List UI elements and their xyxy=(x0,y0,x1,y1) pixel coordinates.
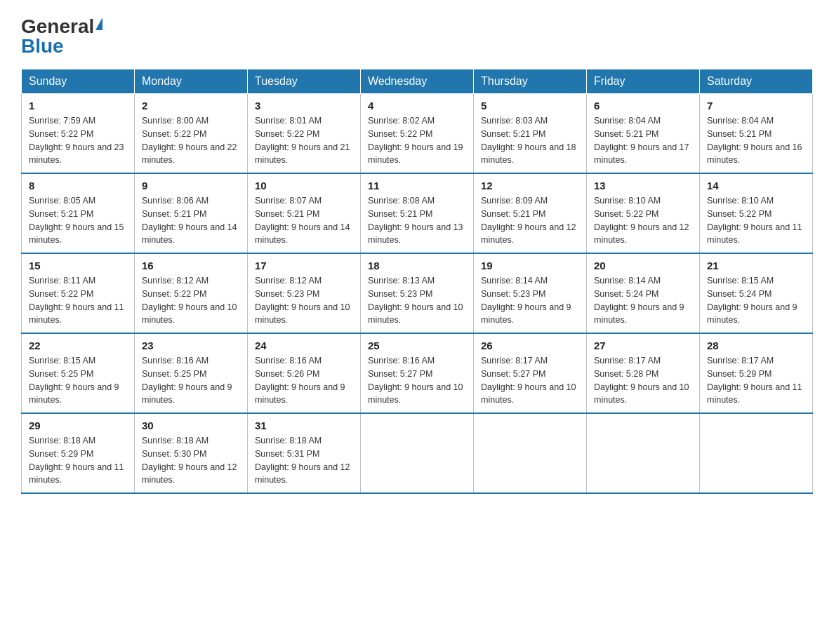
day-number: 1 xyxy=(29,100,127,112)
day-number: 24 xyxy=(255,340,353,351)
day-info: Sunrise: 8:08 AMSunset: 5:21 PMDaylight:… xyxy=(368,194,466,247)
day-info: Sunrise: 8:05 AMSunset: 5:21 PMDaylight:… xyxy=(29,194,127,247)
day-info: Sunrise: 8:18 AMSunset: 5:29 PMDaylight:… xyxy=(29,434,127,487)
day-number: 31 xyxy=(255,420,353,431)
logo-triangle-icon xyxy=(95,18,102,30)
day-info: Sunrise: 8:11 AMSunset: 5:22 PMDaylight:… xyxy=(29,274,127,327)
day-number: 25 xyxy=(368,340,466,351)
calendar-cell: 12Sunrise: 8:09 AMSunset: 5:21 PMDayligh… xyxy=(474,173,587,253)
day-info: Sunrise: 8:16 AMSunset: 5:26 PMDaylight:… xyxy=(255,354,353,407)
calendar-cell: 7Sunrise: 8:04 AMSunset: 5:21 PMDaylight… xyxy=(700,94,813,174)
calendar-cell xyxy=(587,413,700,493)
day-number: 15 xyxy=(29,260,127,271)
weekday-header-tuesday: Tuesday xyxy=(248,69,361,94)
day-info: Sunrise: 8:17 AMSunset: 5:27 PMDaylight:… xyxy=(481,354,579,407)
day-info: Sunrise: 8:00 AMSunset: 5:22 PMDaylight:… xyxy=(142,114,240,167)
day-info: Sunrise: 8:06 AMSunset: 5:21 PMDaylight:… xyxy=(142,194,240,247)
calendar-cell: 23Sunrise: 8:16 AMSunset: 5:25 PMDayligh… xyxy=(135,333,248,413)
calendar-cell: 24Sunrise: 8:16 AMSunset: 5:26 PMDayligh… xyxy=(248,333,361,413)
day-info: Sunrise: 8:15 AMSunset: 5:25 PMDaylight:… xyxy=(29,354,127,407)
day-info: Sunrise: 8:17 AMSunset: 5:28 PMDaylight:… xyxy=(594,354,692,407)
calendar-cell: 15Sunrise: 8:11 AMSunset: 5:22 PMDayligh… xyxy=(22,253,135,333)
calendar-cell: 2Sunrise: 8:00 AMSunset: 5:22 PMDaylight… xyxy=(135,94,248,174)
day-number: 12 xyxy=(481,180,579,192)
weekday-header-thursday: Thursday xyxy=(474,69,587,94)
day-number: 18 xyxy=(368,260,466,271)
day-info: Sunrise: 8:18 AMSunset: 5:31 PMDaylight:… xyxy=(255,434,353,487)
day-number: 9 xyxy=(142,180,240,192)
day-info: Sunrise: 8:12 AMSunset: 5:22 PMDaylight:… xyxy=(142,274,240,327)
logo-general: General xyxy=(21,17,94,36)
day-number: 3 xyxy=(255,100,353,112)
day-number: 7 xyxy=(707,100,805,112)
day-number: 6 xyxy=(594,100,692,112)
day-info: Sunrise: 8:03 AMSunset: 5:21 PMDaylight:… xyxy=(481,114,579,167)
day-info: Sunrise: 8:10 AMSunset: 5:22 PMDaylight:… xyxy=(707,194,805,247)
day-number: 17 xyxy=(255,260,353,271)
day-number: 27 xyxy=(594,340,692,351)
calendar-cell: 30Sunrise: 8:18 AMSunset: 5:30 PMDayligh… xyxy=(135,413,248,493)
day-info: Sunrise: 8:18 AMSunset: 5:30 PMDaylight:… xyxy=(142,434,240,487)
calendar-cell: 9Sunrise: 8:06 AMSunset: 5:21 PMDaylight… xyxy=(135,173,248,253)
day-number: 13 xyxy=(594,180,692,192)
day-info: Sunrise: 8:12 AMSunset: 5:23 PMDaylight:… xyxy=(255,274,353,327)
weekday-header-wednesday: Wednesday xyxy=(361,69,474,94)
day-info: Sunrise: 8:07 AMSunset: 5:21 PMDaylight:… xyxy=(255,194,353,247)
day-number: 30 xyxy=(142,420,240,431)
day-info: Sunrise: 8:01 AMSunset: 5:22 PMDaylight:… xyxy=(255,114,353,167)
day-info: Sunrise: 8:15 AMSunset: 5:24 PMDaylight:… xyxy=(707,274,805,327)
day-info: Sunrise: 8:14 AMSunset: 5:24 PMDaylight:… xyxy=(594,274,692,327)
calendar-cell: 6Sunrise: 8:04 AMSunset: 5:21 PMDaylight… xyxy=(587,94,700,174)
calendar-table: SundayMondayTuesdayWednesdayThursdayFrid… xyxy=(21,69,813,494)
day-info: Sunrise: 7:59 AMSunset: 5:22 PMDaylight:… xyxy=(29,114,127,167)
calendar-cell xyxy=(361,413,474,493)
calendar-cell: 25Sunrise: 8:16 AMSunset: 5:27 PMDayligh… xyxy=(361,333,474,413)
calendar-cell: 13Sunrise: 8:10 AMSunset: 5:22 PMDayligh… xyxy=(587,173,700,253)
calendar-cell xyxy=(700,413,813,493)
calendar-cell: 20Sunrise: 8:14 AMSunset: 5:24 PMDayligh… xyxy=(587,253,700,333)
day-info: Sunrise: 8:16 AMSunset: 5:27 PMDaylight:… xyxy=(368,354,466,407)
calendar-cell: 29Sunrise: 8:18 AMSunset: 5:29 PMDayligh… xyxy=(22,413,135,493)
day-number: 2 xyxy=(142,100,240,112)
logo: General Blue xyxy=(21,17,102,56)
day-info: Sunrise: 8:17 AMSunset: 5:29 PMDaylight:… xyxy=(707,354,805,407)
day-info: Sunrise: 8:04 AMSunset: 5:21 PMDaylight:… xyxy=(707,114,805,167)
calendar-cell: 5Sunrise: 8:03 AMSunset: 5:21 PMDaylight… xyxy=(474,94,587,174)
day-info: Sunrise: 8:16 AMSunset: 5:25 PMDaylight:… xyxy=(142,354,240,407)
calendar-cell: 22Sunrise: 8:15 AMSunset: 5:25 PMDayligh… xyxy=(22,333,135,413)
calendar-cell: 3Sunrise: 8:01 AMSunset: 5:22 PMDaylight… xyxy=(248,94,361,174)
calendar-cell: 19Sunrise: 8:14 AMSunset: 5:23 PMDayligh… xyxy=(474,253,587,333)
day-info: Sunrise: 8:02 AMSunset: 5:22 PMDaylight:… xyxy=(368,114,466,167)
page-header: General Blue xyxy=(21,17,813,56)
calendar-cell: 17Sunrise: 8:12 AMSunset: 5:23 PMDayligh… xyxy=(248,253,361,333)
day-info: Sunrise: 8:10 AMSunset: 5:22 PMDaylight:… xyxy=(594,194,692,247)
day-number: 23 xyxy=(142,340,240,351)
day-info: Sunrise: 8:13 AMSunset: 5:23 PMDaylight:… xyxy=(368,274,466,327)
day-number: 8 xyxy=(29,180,127,192)
calendar-cell: 10Sunrise: 8:07 AMSunset: 5:21 PMDayligh… xyxy=(248,173,361,253)
weekday-header-friday: Friday xyxy=(587,69,700,94)
day-number: 29 xyxy=(29,420,127,431)
calendar-cell: 1Sunrise: 7:59 AMSunset: 5:22 PMDaylight… xyxy=(22,94,135,174)
calendar-cell: 26Sunrise: 8:17 AMSunset: 5:27 PMDayligh… xyxy=(474,333,587,413)
calendar-cell: 4Sunrise: 8:02 AMSunset: 5:22 PMDaylight… xyxy=(361,94,474,174)
day-info: Sunrise: 8:14 AMSunset: 5:23 PMDaylight:… xyxy=(481,274,579,327)
day-number: 4 xyxy=(368,100,466,112)
day-info: Sunrise: 8:04 AMSunset: 5:21 PMDaylight:… xyxy=(594,114,692,167)
day-number: 10 xyxy=(255,180,353,192)
day-info: Sunrise: 8:09 AMSunset: 5:21 PMDaylight:… xyxy=(481,194,579,247)
weekday-header-saturday: Saturday xyxy=(700,69,813,94)
week-row-5: 29Sunrise: 8:18 AMSunset: 5:29 PMDayligh… xyxy=(22,413,813,493)
day-number: 14 xyxy=(707,180,805,192)
calendar-cell: 8Sunrise: 8:05 AMSunset: 5:21 PMDaylight… xyxy=(22,173,135,253)
day-number: 22 xyxy=(29,340,127,351)
weekday-header-monday: Monday xyxy=(135,69,248,94)
week-row-3: 15Sunrise: 8:11 AMSunset: 5:22 PMDayligh… xyxy=(22,253,813,333)
calendar-cell xyxy=(474,413,587,493)
logo-blue: Blue xyxy=(21,35,64,57)
day-number: 20 xyxy=(594,260,692,271)
calendar-cell: 31Sunrise: 8:18 AMSunset: 5:31 PMDayligh… xyxy=(248,413,361,493)
day-number: 16 xyxy=(142,260,240,271)
week-row-4: 22Sunrise: 8:15 AMSunset: 5:25 PMDayligh… xyxy=(22,333,813,413)
calendar-cell: 14Sunrise: 8:10 AMSunset: 5:22 PMDayligh… xyxy=(700,173,813,253)
